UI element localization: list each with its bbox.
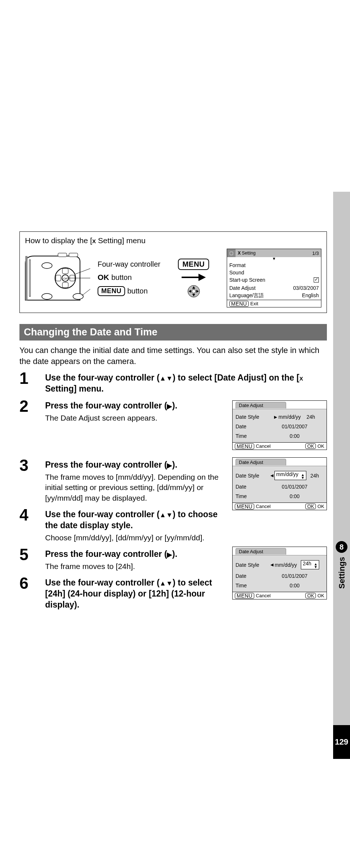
right-triangle-icon: ▶ — [167, 462, 172, 469]
step-number: 5 — [19, 547, 39, 563]
camera-back-illustration: OK — [25, 252, 91, 304]
step-number: 1 — [19, 370, 39, 386]
step-1: 1 Use the four-way controller (▲▼) to se… — [19, 370, 327, 395]
ok-badge-icon: OK — [305, 593, 316, 598]
lcd-tab: Date Adjust — [236, 548, 286, 555]
menu-item-startup-screen: Start-up Screen — [229, 276, 319, 284]
lcd-tab: Date Adjust — [236, 459, 286, 465]
ok-badge-icon: OK — [305, 443, 316, 449]
svg-rect-0 — [25, 256, 28, 300]
row-time: Time0:00 — [236, 431, 324, 441]
menu-item-language: Language/言語English — [229, 292, 319, 299]
svg-line-16 — [82, 289, 90, 296]
text: Time — [236, 494, 266, 499]
text: 03/03/2007 — [293, 285, 319, 291]
row-time: Time0:00 — [236, 491, 324, 501]
text: ) to select [Date Adjust] on the [ — [172, 373, 299, 382]
text: Date Style — [236, 414, 266, 419]
text: button — [127, 287, 148, 295]
menu-badge-large: MENU — [178, 259, 209, 270]
text: English — [302, 293, 319, 298]
right-triangle-icon: ▶ — [167, 403, 172, 410]
date-adjust-lcd-1: Date Adjust Date Style ▶mm/dd/yy 24h Dat… — [232, 400, 327, 450]
text: button — [112, 273, 132, 282]
step-instruction: Use the four-way controller (▲▼) to sele… — [45, 372, 327, 395]
step-instruction: Press the four-way controller (▶). — [45, 460, 228, 471]
text: Language/言語 — [229, 293, 264, 298]
lcd-footer: MENUCancel OKOK — [233, 442, 327, 450]
svg-point-11 — [42, 263, 52, 269]
side-tab-grey — [333, 192, 350, 725]
right-arrow-icon — [181, 273, 207, 282]
svg-rect-2 — [69, 253, 78, 257]
text: Time — [236, 583, 266, 588]
down-triangle-icon: ▼ — [166, 375, 173, 382]
svg-rect-3 — [58, 253, 67, 257]
text: 24h — [310, 473, 319, 478]
text: Press the four-way controller ( — [45, 460, 167, 469]
text: Use the four-way controller ( — [45, 373, 160, 382]
lcd-footer: MENUCancel OKOK — [233, 503, 327, 510]
row-date-style: Date Style ◀ mm/dd/yy 24h ▲▼ — [236, 558, 324, 571]
text: 01/01/2007 — [266, 573, 324, 579]
lcd-page-indicator: 1/3 — [312, 251, 321, 256]
four-way-glyph-icon — [187, 285, 200, 298]
step-instruction: Press the four-way controller (▶). — [45, 400, 228, 411]
text: Date Adjust — [229, 285, 256, 291]
highlighted-style: mm/dd/yy ▲▼ — [275, 471, 306, 480]
text: 01/01/2007 — [266, 484, 324, 489]
setting-tab: X Setting — [236, 249, 258, 257]
camera-tab-icon: ▢ — [227, 249, 236, 257]
menu-item-format: Format — [229, 262, 319, 269]
text: How to display the [ — [25, 236, 92, 245]
text: Setting] menu. — [45, 384, 104, 393]
text: Cancel — [256, 593, 270, 598]
step-subtext: The frame moves to [mm/dd/yy]. Depending… — [45, 472, 228, 503]
settings-icon: X — [92, 238, 96, 244]
text: Use the four-way controller ( — [45, 509, 160, 519]
left-triangle-icon: ◀ — [270, 563, 273, 567]
ok-badge-icon: OK — [305, 504, 316, 509]
down-caret-icon: ▼ — [227, 257, 321, 260]
up-triangle-icon: ▲ — [160, 375, 166, 382]
fourway-controller-label: Four-way controller — [98, 260, 160, 269]
text: 0:00 — [266, 583, 324, 588]
step-6: 6 Use the four-way controller (▲▼) to se… — [19, 575, 228, 611]
svg-marker-18 — [198, 274, 206, 281]
right-triangle-icon: ▶ — [274, 415, 277, 419]
menu-badge-small: MENU — [229, 301, 249, 307]
text: OK — [317, 444, 324, 449]
text: Start-up Screen — [229, 277, 265, 283]
highlighted-24h: 24h ▲▼ — [301, 561, 319, 569]
menu-badge-icon: MENU — [98, 286, 125, 296]
svg-point-13 — [73, 293, 83, 299]
left-triangle-icon: ◀ — [270, 473, 273, 478]
up-triangle-icon: ▲ — [160, 580, 166, 587]
text: mm/dd/yy — [275, 562, 297, 568]
step-number: 6 — [19, 575, 39, 591]
step-instruction: Use the four-way controller (▲▼) to choo… — [45, 509, 228, 531]
text: Setting] menu — [96, 236, 145, 245]
lcd-footer: MENUCancel OKOK — [233, 592, 327, 599]
callout-labels: Four-way controller OK button MENU butto… — [98, 260, 160, 296]
text: Date — [236, 573, 266, 579]
lcd-footer: MENU Exit — [227, 300, 321, 307]
how-to-display-box: How to display the [X Setting] menu — [19, 231, 327, 313]
text: Use the four-way controller ( — [45, 578, 160, 587]
setting-menu-lcd: ▢ X Setting 1/3 ▼ Format Sound Start-up … — [227, 249, 321, 307]
text: ). — [172, 549, 177, 559]
ok-button-label: OK button — [98, 273, 160, 282]
up-triangle-icon: ▲ — [160, 511, 166, 519]
svg-rect-7 — [56, 275, 61, 281]
text: 24h — [307, 414, 315, 419]
text: 0:00 — [266, 494, 324, 499]
text: Date — [236, 484, 266, 489]
ok-glyph: OK — [98, 273, 109, 282]
text: Date Style — [236, 562, 266, 568]
intro-text: You can change the initial date and time… — [19, 345, 327, 367]
svg-point-12 — [42, 293, 52, 299]
svg-rect-6 — [62, 282, 68, 288]
up-down-caret-icon: ▲▼ — [301, 473, 305, 479]
step-instruction: Press the four-way controller (▶). — [45, 549, 228, 560]
step-3: 3 Press the four-way controller (▶). The… — [19, 457, 228, 503]
